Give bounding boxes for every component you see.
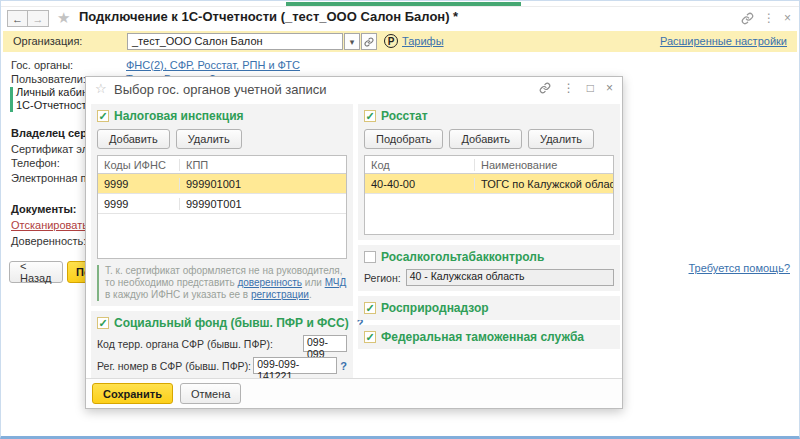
- tariff-badge-icon: Р: [384, 34, 398, 48]
- rpn-checkbox[interactable]: ✓: [364, 302, 376, 314]
- save-button[interactable]: Сохранить: [92, 383, 173, 404]
- page-title: Подключение к 1С-Отчетности (_тест_ООО С…: [79, 9, 458, 24]
- dialog-link-icon[interactable]: [539, 82, 551, 94]
- active-tab-indicator: [286, 2, 521, 6]
- advanced-settings-link[interactable]: Расширенные настройки: [660, 35, 787, 47]
- forward-arrow-icon[interactable]: →: [28, 10, 49, 27]
- rosstat-add-button[interactable]: Добавить: [449, 129, 522, 149]
- fns-table: Коды ИФНС КПП 9999 999901001 9999 99990Т…: [97, 155, 347, 259]
- region-input[interactable]: 40 - Калужская область: [406, 269, 614, 286]
- rosstat-table-empty-area: [365, 194, 613, 234]
- need-help-link[interactable]: Требуется помощь?: [689, 262, 790, 274]
- poa-note-link[interactable]: доверенность: [237, 277, 302, 288]
- organization-open-icon[interactable]: [361, 33, 377, 50]
- rosstat-table: Код Наименование 40-40-00 ТОГС по Калужс…: [364, 155, 614, 235]
- alco-section: Росалкогольтабакконтроль Регион: 40 - Ка…: [358, 245, 620, 291]
- dialog-footer: Сохранить Отмена: [86, 378, 622, 408]
- check-icon: ✓: [98, 111, 107, 121]
- back-arrow-icon[interactable]: ←: [7, 10, 28, 27]
- check-icon: ✓: [365, 303, 374, 313]
- users-label: Пользователи:: [11, 73, 86, 85]
- sfr-terr-code-label: Код терр. органа СФР (бывш. ПФР):: [97, 338, 303, 350]
- dialog-close-icon[interactable]: ×: [606, 81, 613, 95]
- dialog-more-menu-icon[interactable]: ⋮: [563, 81, 575, 95]
- fts-section: ✓ Федеральная таможенная служба: [358, 325, 620, 349]
- fts-checkbox[interactable]: ✓: [364, 331, 376, 343]
- top-scroll-strip: [1, 1, 799, 7]
- alco-checkbox[interactable]: [364, 251, 376, 263]
- fns-table-empty-area: [98, 214, 346, 258]
- sfr-regnum-help-icon[interactable]: ?: [340, 360, 347, 372]
- organization-dropdown-icon[interactable]: ▾: [344, 33, 360, 50]
- sfr-checkbox[interactable]: ✓: [97, 317, 109, 329]
- check-icon: ✓: [365, 332, 374, 342]
- link-icon[interactable]: [741, 12, 754, 25]
- window-icons: ⋮ ×: [741, 11, 791, 25]
- rosstat-delete-button[interactable]: Удалить: [528, 129, 594, 149]
- phone-label: Телефон:: [11, 157, 60, 169]
- nav-buttons: ← →: [7, 10, 49, 27]
- table-row[interactable]: 9999 999901001: [98, 174, 346, 194]
- rosstat-pick-button[interactable]: Подобрать: [364, 129, 443, 149]
- check-icon: ✓: [98, 318, 107, 328]
- rosstat-section: ✓ Росстат Подобрать Добавить Удалить Код…: [358, 104, 620, 240]
- fns-table-header: Коды ИФНС КПП: [98, 156, 346, 174]
- fns-note: Т. к. сертификат оформляется не на руков…: [97, 265, 347, 301]
- gov-bodies-label: Гос. органы:: [11, 59, 73, 71]
- dialog-left-column: ✓ Налоговая инспекция Добавить Удалить К…: [91, 104, 353, 406]
- table-row[interactable]: 40-40-00 ТОГС по Калужской области: [365, 174, 613, 194]
- close-window-icon[interactable]: ×: [784, 11, 791, 25]
- cancel-button[interactable]: Отмена: [180, 383, 241, 404]
- organization-row: Организация: _тест_ООО Салон Балон ▾ Р Т…: [3, 31, 797, 52]
- poa-label: Доверенность:: [11, 235, 86, 247]
- region-label: Регион:: [364, 272, 401, 284]
- fns-checkbox[interactable]: ✓: [97, 110, 109, 122]
- dialog-right-column: ✓ Росстат Подобрать Добавить Удалить Код…: [358, 104, 620, 354]
- fts-title: Федеральная таможенная служба: [381, 330, 584, 344]
- sfr-title: Социальный фонд (бывш. ПФР и ФСС): [114, 316, 349, 330]
- mchd-note-link[interactable]: МЧД: [325, 277, 347, 288]
- sfr-old-regnum-input[interactable]: 099-099-141221: [253, 357, 337, 374]
- dialog-titlebar: ☆ Выбор гос. органов учетной записи ⋮ □ …: [86, 77, 622, 102]
- rosstat-checkbox[interactable]: ✓: [364, 110, 376, 122]
- organization-input[interactable]: _тест_ООО Салон Балон: [127, 33, 343, 50]
- favorite-star-icon[interactable]: ★: [57, 9, 70, 27]
- fns-add-button[interactable]: Добавить: [97, 129, 170, 149]
- organization-label: Организация:: [13, 35, 82, 47]
- dialog-title: Выбор гос. органов учетной записи: [114, 82, 327, 97]
- rosstat-title: Росстат: [381, 109, 428, 123]
- gov-bodies-dialog: ☆ Выбор гос. органов учетной записи ⋮ □ …: [85, 76, 623, 409]
- sfr-terr-code-input[interactable]: 099-099: [303, 335, 347, 352]
- sfr-old-regnum-label: Рег. номер в СФР (бывш. ПФР):: [97, 360, 253, 372]
- back-button[interactable]: < Назад: [9, 261, 63, 283]
- check-icon: ✓: [365, 111, 374, 121]
- rpn-section: ✓ Росприроднадзор: [358, 296, 620, 320]
- scan-link[interactable]: Отсканировать: [11, 219, 88, 231]
- rosstat-table-header: Код Наименование: [365, 156, 613, 174]
- fns-delete-button[interactable]: Удалить: [176, 129, 242, 149]
- gov-bodies-link[interactable]: ФНС(2), СФР, Росстат, РПН и ФТС: [126, 59, 300, 71]
- rpn-title: Росприроднадзор: [381, 301, 489, 315]
- fns-section: ✓ Налоговая инспекция Добавить Удалить К…: [91, 104, 353, 306]
- registration-note-link[interactable]: регистрации: [251, 289, 309, 300]
- tariffs-link[interactable]: Тарифы: [402, 35, 444, 47]
- alco-title: Росалкогольтабакконтроль: [381, 250, 544, 264]
- dialog-favorite-star-icon[interactable]: ☆: [95, 81, 107, 96]
- app-window: ← → ★ Подключение к 1С-Отчетности (_тест…: [0, 0, 800, 439]
- documents-label: Документы:: [11, 203, 77, 215]
- dialog-maximize-icon[interactable]: □: [587, 81, 594, 95]
- fns-title: Налоговая инспекция: [114, 109, 244, 123]
- table-row[interactable]: 9999 99990Т001: [98, 194, 346, 214]
- more-menu-icon[interactable]: ⋮: [763, 11, 775, 25]
- cabinet-accent-bar: [10, 87, 13, 112]
